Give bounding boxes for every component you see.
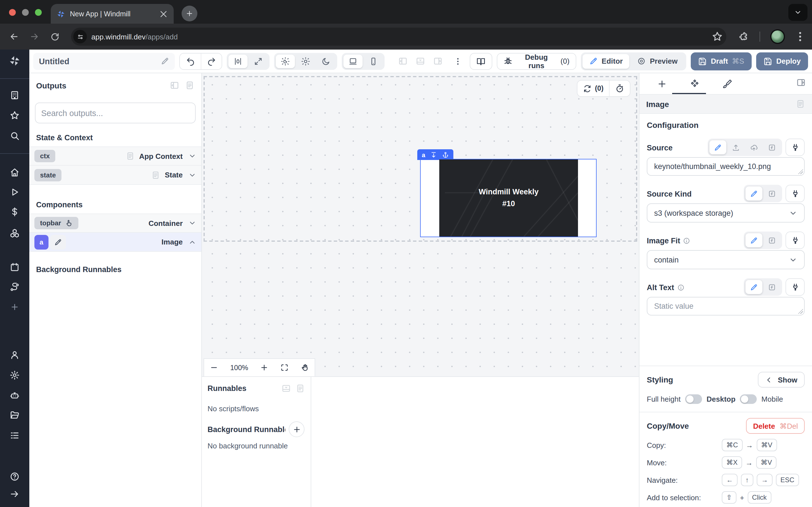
pan-tool-button[interactable] [300,363,309,372]
sidebar-item-favorites[interactable] [10,110,20,121]
sidebar-item-settings[interactable] [10,370,20,380]
full-height-toggle[interactable] [685,394,702,404]
toggle-left-panel-icon[interactable] [398,56,408,66]
collapse-inspector-icon[interactable] [796,78,806,90]
windmill-logo[interactable] [8,55,21,67]
a-badge[interactable]: a [35,235,49,249]
alt-text-input[interactable] [647,297,805,316]
zoom-in-button[interactable] [260,363,268,372]
sidebar-item-resources[interactable] [10,228,20,238]
profile-avatar[interactable] [770,29,785,44]
edit-id-button[interactable] [50,235,66,249]
center-layout-button[interactable] [229,54,248,68]
fit-view-button[interactable] [280,363,289,372]
info-icon[interactable] [683,237,691,244]
expand-down-icon[interactable] [430,151,437,158]
delete-component-button[interactable]: Delete ⌘Del [746,418,805,434]
sidebar-collapse-icon[interactable] [10,489,20,499]
insert-component-tab[interactable] [646,78,678,89]
draft-button[interactable]: Draft ⌘S [691,52,751,70]
source-kind-select[interactable]: s3 (workspace storage) [647,203,805,223]
topbar-badge[interactable]: topbar [35,217,79,229]
back-button[interactable] [6,28,22,45]
mobile-desktop-toggle[interactable] [740,394,757,404]
sidebar-item-workspace[interactable] [10,90,20,100]
toolbar-menu-button[interactable] [451,53,465,69]
output-row-ctx[interactable]: ctx App Context [29,147,201,166]
show-styling-button[interactable]: Show [758,372,805,388]
site-info-icon[interactable] [73,30,87,43]
resize-handle[interactable] [798,309,803,314]
history-button[interactable] [609,80,630,96]
undo-button[interactable] [180,53,201,69]
tab-search-button[interactable] [788,4,808,21]
runnables-doc-icon[interactable] [296,384,305,393]
anchor-icon[interactable] [442,151,449,158]
resize-handle[interactable] [798,169,803,174]
source-s3-upload-button[interactable] [746,140,762,154]
image-fit-select[interactable]: contain [647,250,805,269]
state-badge[interactable]: state [35,169,61,181]
theme-dark-button[interactable] [316,54,336,68]
docs-button[interactable] [469,53,492,69]
fullwidth-layout-button[interactable] [249,54,268,68]
image-fit-connect-button[interactable] [785,231,805,249]
extensions-icon[interactable] [738,31,748,42]
redo-button[interactable] [201,53,221,69]
source-input[interactable] [647,157,805,176]
rename-icon[interactable] [161,57,169,65]
outputs-search[interactable] [35,103,196,123]
source-connect-button[interactable] [785,138,805,156]
source-upload-button[interactable] [727,140,744,154]
source-kind-eval-button[interactable] [763,186,780,201]
app-canvas[interactable]: (0) a Windmill Weekly #10 [202,73,639,376]
selected-image-component[interactable]: a Windmill Weekly #10 [420,159,597,237]
add-background-runnable-button[interactable] [289,421,305,437]
refresh-app-button[interactable]: (0) [577,80,609,96]
deploy-button[interactable]: Deploy [756,52,808,70]
styling-tab[interactable] [711,78,744,89]
sidebar-item-users[interactable] [10,350,20,360]
editor-tab[interactable]: Editor [582,54,629,68]
zoom-out-button[interactable] [210,363,218,372]
sidebar-item-schedules[interactable] [10,262,20,272]
source-eval-button[interactable] [763,140,780,154]
sidebar-item-ai[interactable] [10,390,20,400]
sidebar-item-help[interactable] [10,471,20,482]
component-row-topbar[interactable]: topbar Container [29,214,201,233]
chevron-up-icon[interactable] [188,238,196,246]
sidebar-item-triggers[interactable] [10,282,20,292]
app-name-field[interactable]: Untitled [33,53,175,69]
component-doc-icon[interactable] [796,99,805,109]
selection-handle[interactable]: a [417,149,453,160]
settings-tab-active[interactable] [678,78,711,89]
toggle-bottom-panel-icon[interactable] [416,56,425,66]
reload-button[interactable] [46,28,63,45]
address-bar[interactable]: app.windmill.dev/apps/add [71,27,726,46]
sidebar-item-runs[interactable] [10,187,20,197]
output-row-state[interactable]: state State [29,166,201,185]
source-kind-connect-button[interactable] [785,185,805,202]
alt-text-connect-button[interactable] [785,278,805,296]
sidebar-item-logs[interactable] [10,431,20,441]
image-fit-static-button[interactable] [746,233,762,247]
collapse-outputs-icon[interactable] [170,80,179,90]
collapse-runnables-icon[interactable] [282,384,291,393]
theme-light-button[interactable] [296,54,315,68]
debug-runs-button[interactable]: Debug runs (0) [497,53,576,69]
chevron-down-icon[interactable] [188,152,196,160]
info-icon[interactable] [677,284,684,291]
component-row-a-selected[interactable]: a Image [29,233,201,252]
chevron-down-icon[interactable] [188,219,196,227]
search-input[interactable] [41,108,190,117]
desktop-view-button[interactable] [343,54,363,68]
sidebar-item-add[interactable] [10,302,19,312]
bookmark-icon[interactable] [712,31,723,42]
source-kind-static-button[interactable] [746,186,762,201]
forward-button[interactable] [26,28,43,45]
alt-text-eval-button[interactable] [763,280,780,294]
zoom-window-button[interactable] [35,9,42,16]
theme-auto-button[interactable] [276,54,295,68]
browser-tab[interactable]: New App | Windmill [51,4,174,24]
sidebar-item-variables[interactable] [10,207,20,217]
